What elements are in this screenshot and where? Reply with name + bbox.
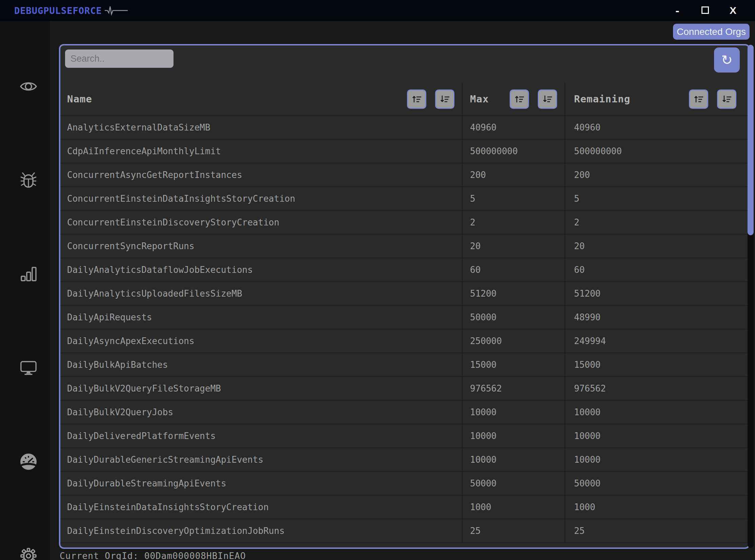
table-row: AnalyticsExternalDataSizeMB 40960 40960	[60, 115, 749, 139]
maximize-button[interactable]	[699, 0, 711, 21]
sort-desc-name-button[interactable]	[435, 89, 454, 109]
cell-remaining: 10000	[574, 407, 600, 417]
cell-remaining: 5	[574, 194, 579, 204]
cell-remaining: 48990	[574, 312, 600, 322]
sidebar-item-gauge[interactable]	[20, 453, 37, 471]
current-org-id: Current OrgId: 00Dam000008HBInEAO	[60, 551, 246, 560]
sort-asc-icon	[514, 94, 525, 104]
sort-asc-remaining-button[interactable]	[689, 89, 708, 109]
cell-remaining: 976562	[574, 383, 606, 394]
cell-name: ConcurrentAsyncGetReportInstances	[67, 170, 242, 180]
table-row: ConcurrentSyncReportRuns 20 20	[60, 234, 749, 258]
cell-remaining: 60	[574, 265, 585, 275]
gear-icon	[20, 547, 37, 560]
sort-asc-name-button[interactable]	[407, 89, 426, 109]
sidebar-item-watch[interactable]	[20, 78, 37, 95]
vertical-scrollbar-thumb[interactable]	[748, 45, 754, 235]
gauge-icon	[20, 453, 37, 471]
cell-remaining: 40960	[574, 122, 600, 133]
header-cell-name: Name	[60, 83, 463, 115]
vertical-scrollbar-track[interactable]	[748, 45, 754, 548]
limits-panel: ↻ Name	[59, 44, 750, 549]
cell-max: 976562	[470, 383, 502, 394]
cell-max: 50000	[470, 312, 496, 322]
cell-remaining: 25	[574, 526, 585, 536]
table-row: DailyDeliveredPlatformEvents 10000 10000	[60, 424, 749, 447]
table-row: DailyEinsteinDataInsightsStoryCreation 1…	[60, 495, 749, 519]
sort-asc-icon	[693, 94, 704, 104]
window-controls: - X	[672, 0, 739, 21]
cell-name: DailyAnalyticsDataflowJobExecutions	[67, 265, 253, 275]
status-bar: Current OrgId: 00Dam000008HBInEAO	[60, 551, 246, 560]
cell-name: ConcurrentEinsteinDiscoveryStoryCreation	[67, 217, 279, 227]
sidebar-item-settings[interactable]	[20, 547, 37, 560]
connected-orgs-button[interactable]: Connected Orgs	[673, 24, 750, 40]
sidebar	[0, 21, 50, 560]
bar-chart-icon	[20, 265, 37, 283]
sort-desc-max-button[interactable]	[538, 89, 557, 109]
refresh-button[interactable]: ↻	[714, 47, 740, 73]
cell-remaining: 1000	[574, 502, 595, 512]
cell-max: 60	[470, 265, 481, 275]
cell-name: DailyApiRequests	[67, 312, 152, 322]
cell-name: DailyBulkV2QueryJobs	[67, 407, 173, 417]
sort-desc-icon	[721, 94, 732, 104]
cell-name: DailyAsyncApexExecutions	[67, 336, 195, 346]
panel-toolbar: ↻	[60, 45, 749, 83]
cell-max: 10000	[470, 407, 496, 417]
cell-remaining: 50000	[574, 478, 600, 488]
cell-max: 10000	[470, 455, 496, 465]
table-row: DailyAnalyticsDataflowJobExecutions 60 6…	[60, 258, 749, 281]
sidebar-item-stats[interactable]	[20, 265, 37, 283]
cell-max: 25	[470, 526, 481, 536]
cell-max: 20	[470, 241, 481, 251]
cell-name: DailyBulkV2QueryFileStorageMB	[67, 383, 221, 394]
cell-name: DailyDurableStreamingApiEvents	[67, 478, 226, 488]
close-button[interactable]: X	[727, 0, 739, 21]
cell-remaining: 10000	[574, 455, 600, 465]
sidebar-item-monitor[interactable]	[20, 359, 37, 377]
sort-desc-remaining-button[interactable]	[717, 89, 736, 109]
column-label-remaining: Remaining	[574, 93, 630, 105]
titlebar: DEBUGPULSEFORCE - X	[0, 0, 755, 21]
table-header: Name	[60, 83, 749, 115]
table-row: ConcurrentEinsteinDataInsightsStoryCreat…	[60, 186, 749, 210]
cell-max: 10000	[470, 431, 496, 441]
table-row: DailyDurableStreamingApiEvents 50000 500…	[60, 471, 749, 495]
sort-group-remaining	[689, 89, 736, 109]
cell-max: 51200	[470, 288, 496, 299]
cell-remaining: 10000	[574, 431, 600, 441]
table-row: DailyAnalyticsUploadedFilesSizeMB 51200 …	[60, 281, 749, 305]
cell-max: 50000	[470, 478, 496, 488]
sort-asc-max-button[interactable]	[510, 89, 529, 109]
search-input[interactable]	[65, 49, 174, 68]
table-row: CdpAiInferenceApiMonthlyLimit 500000000 …	[60, 139, 749, 163]
cell-name: ConcurrentSyncReportRuns	[67, 241, 195, 251]
cell-max: 1000	[470, 502, 491, 512]
table-row: DailyBulkApiBatches 15000 15000	[60, 353, 749, 376]
header-cell-max: Max	[463, 83, 565, 115]
cell-remaining: 20	[574, 241, 585, 251]
monitor-icon	[20, 360, 37, 376]
cell-max: 5	[470, 194, 475, 204]
cell-max: 15000	[470, 360, 496, 370]
table-bottom-row-partial	[60, 542, 749, 549]
table-row: DailyDurableGenericStreamingApiEvents 10…	[60, 447, 749, 471]
table-row: DailyApiRequests 50000 48990	[60, 305, 749, 329]
sort-desc-icon	[440, 94, 450, 104]
sort-asc-icon	[411, 94, 422, 104]
table-body: AnalyticsExternalDataSizeMB 40960 40960 …	[60, 115, 749, 542]
column-label-max: Max	[470, 93, 489, 105]
sidebar-item-debug[interactable]	[20, 172, 37, 189]
cell-name: DailyEinsteinDataInsightsStoryCreation	[67, 502, 269, 512]
table-row: ConcurrentEinsteinDiscoveryStoryCreation…	[60, 210, 749, 234]
sort-desc-icon	[542, 94, 553, 104]
cell-name: DailyAnalyticsUploadedFilesSizeMB	[67, 288, 242, 299]
app-title: DEBUGPULSEFORCE	[14, 5, 102, 16]
eye-icon	[20, 80, 37, 93]
cell-max: 500000000	[470, 146, 518, 156]
cell-name: DailyEinsteinDiscoveryOptimizationJobRun…	[67, 526, 285, 536]
cell-remaining: 500000000	[574, 146, 622, 156]
minimize-button[interactable]: -	[672, 0, 683, 21]
cell-remaining: 51200	[574, 288, 600, 299]
